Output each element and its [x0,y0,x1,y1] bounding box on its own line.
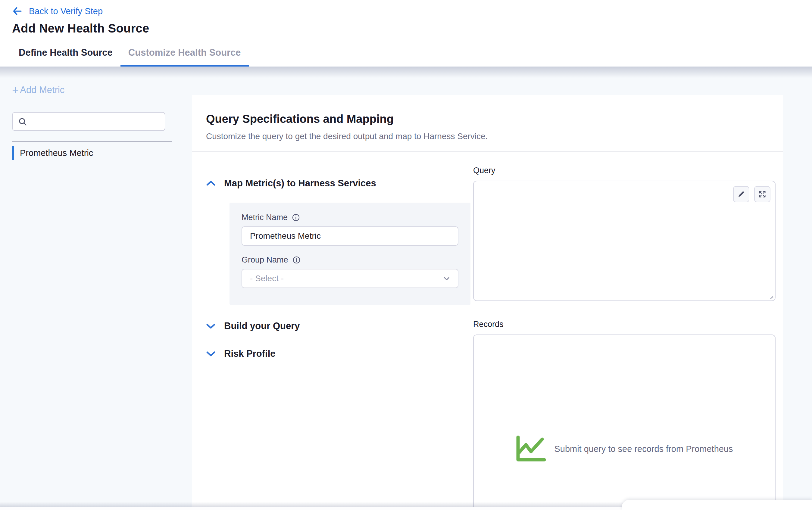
edit-query-button[interactable] [733,186,749,202]
section-risk-profile-toggle[interactable]: Risk Profile [206,347,465,360]
card-title: Query Specifications and Mapping [206,113,769,125]
section-build-query-toggle[interactable]: Build your Query [206,320,465,333]
metric-search [12,112,165,131]
info-icon[interactable] [292,213,300,221]
query-input[interactable] [474,181,775,300]
metric-name-label: Metric Name [241,213,288,222]
tab-customize-health-source[interactable]: Customize Health Source [120,47,249,66]
query-specifications-card: Query Specifications and Mapping Customi… [192,95,783,510]
metric-search-input[interactable] [31,113,159,130]
query-label: Query [473,166,776,175]
line-chart-icon [516,435,546,462]
back-link-label: Back to Verify Step [29,6,103,16]
section-map-metrics-toggle[interactable]: Map Metric(s) to Harness Services [206,177,465,190]
section-map-metrics-title: Map Metric(s) to Harness Services [224,178,376,189]
tab-define-health-source[interactable]: Define Health Source [11,47,120,66]
back-arrow-icon [12,6,22,16]
group-name-placeholder: - Select - [250,274,284,283]
group-name-select[interactable]: - Select - [241,269,458,288]
card-subtitle: Customize the query to get the desired o… [206,131,769,141]
search-icon [18,117,27,126]
selected-indicator-bar [12,146,14,160]
tab-bar: Define Health Source Customize Health So… [0,45,812,66]
expand-icon [758,190,766,199]
plus-icon: + [12,86,19,94]
query-column: Query [473,166,776,510]
records-empty-message: Submit query to see records from Prometh… [554,444,733,454]
metric-list-item-prometheus[interactable]: Prometheus Metric [0,145,180,160]
resize-handle-icon[interactable] [768,294,774,299]
records-label: Records [473,320,776,329]
mapping-column: Map Metric(s) to Harness Services Metric… [206,177,465,360]
expand-query-button[interactable] [754,186,771,202]
content-area: + Add Metric Prometheus Metric Query Spe… [0,66,812,510]
chevron-down-icon [206,323,216,329]
add-health-source-page: Back to Verify Step Add New Health Sourc… [0,0,812,66]
metric-item-label: Prometheus Metric [20,148,93,158]
metrics-sidebar: + Add Metric Prometheus Metric [0,66,192,510]
page-title: Add New Health Source [12,22,812,35]
query-editor [473,181,776,301]
back-link[interactable]: Back to Verify Step [12,5,103,18]
map-metrics-panel: Metric Name Group Name [230,203,470,305]
add-metric-button[interactable]: + Add Metric [12,85,64,95]
sidebar-divider [12,141,172,142]
info-icon[interactable] [292,256,300,264]
page-header: Back to Verify Step Add New Health Sourc… [0,0,812,45]
add-metric-label: Add Metric [20,85,64,95]
group-name-label: Group Name [241,255,288,265]
chevron-down-icon [442,274,451,283]
section-risk-profile-title: Risk Profile [224,348,276,359]
section-build-query-title: Build your Query [224,321,300,331]
chevron-down-icon [206,351,216,357]
pencil-icon [737,190,746,199]
footer-panel-corner [622,500,812,510]
card-body: Map Metric(s) to Harness Services Metric… [192,151,783,510]
card-header: Query Specifications and Mapping Customi… [192,95,783,141]
records-panel: Submit query to see records from Prometh… [473,334,776,510]
metric-name-input[interactable] [241,227,458,246]
chevron-up-icon [206,180,216,187]
records-empty-state: Submit query to see records from Prometh… [516,435,733,462]
